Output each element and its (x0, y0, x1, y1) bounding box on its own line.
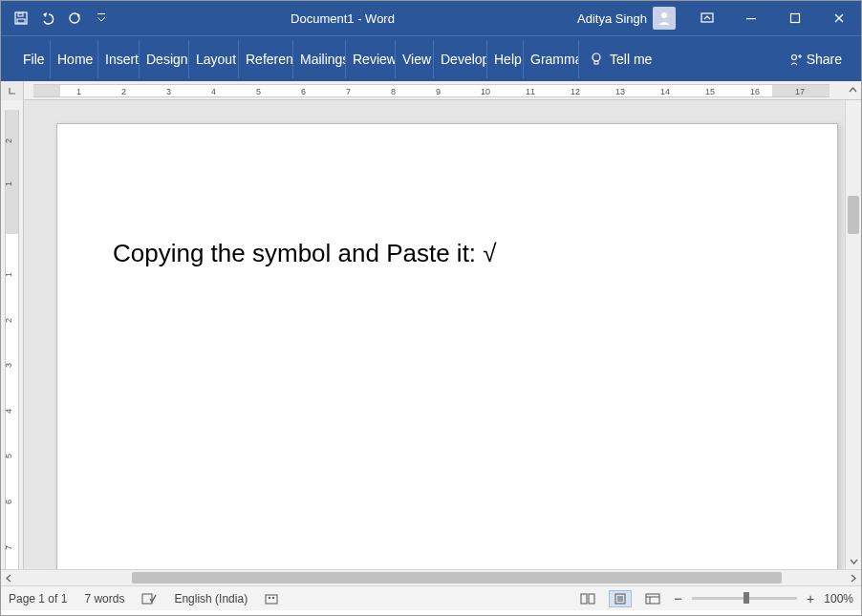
customize-toolbar-button[interactable] (89, 6, 114, 31)
tab-layout[interactable]: Layout (189, 40, 239, 78)
vertical-ruler[interactable]: 211234567 (1, 100, 24, 569)
horizontal-ruler-track[interactable]: 1234567891011121314151617 (33, 84, 830, 97)
undo-button[interactable] (35, 6, 60, 31)
svg-rect-4 (97, 13, 105, 14)
horizontal-scrollbar[interactable] (1, 569, 861, 585)
zoom-level[interactable]: 100% (824, 592, 853, 605)
quick-access-toolbar (1, 6, 114, 31)
tab-design[interactable]: Design (140, 40, 189, 78)
save-button[interactable] (9, 6, 33, 31)
lightbulb-icon (589, 52, 604, 67)
title-bar: Document1 - Word Aditya Singh (1, 1, 861, 35)
share-label: Share (807, 52, 842, 67)
svg-rect-14 (269, 597, 270, 599)
macro-button[interactable] (265, 592, 278, 605)
maximize-button[interactable] (773, 1, 817, 35)
document-text[interactable]: Copying the symbol and Paste it: √ (113, 239, 782, 268)
scroll-up-arrow[interactable] (845, 81, 861, 100)
svg-rect-10 (594, 61, 598, 64)
vertical-scrollbar-thumb[interactable] (848, 196, 859, 234)
minimize-button[interactable] (729, 1, 773, 35)
status-bar: Page 1 of 1 7 words English (India) − + … (1, 585, 861, 610)
title-bar-right: Aditya Singh (571, 1, 861, 35)
left-margin-indicator (33, 85, 60, 96)
vertical-ruler-track[interactable]: 211234567 (5, 110, 19, 569)
horizontal-scrollbar-track[interactable] (132, 570, 845, 585)
tab-grammarly[interactable]: Grammarly (524, 40, 579, 78)
horizontal-scrollbar-thumb[interactable] (132, 572, 782, 584)
web-layout-button[interactable] (641, 590, 664, 607)
svg-rect-2 (18, 13, 23, 16)
vertical-scrollbar[interactable] (845, 100, 861, 569)
share-icon (789, 53, 803, 66)
read-mode-button[interactable] (576, 590, 599, 607)
svg-rect-22 (646, 594, 659, 604)
app-name: Word (365, 11, 395, 26)
top-margin-indicator (6, 110, 18, 234)
tab-developer[interactable]: Developer (434, 40, 487, 78)
zoom-in-button[interactable]: + (807, 591, 814, 606)
share-button[interactable]: Share (780, 52, 851, 67)
ribbon-tabs: File Home Insert Design Layout Reference… (1, 35, 861, 81)
tell-me-label: Tell me (610, 52, 652, 67)
horizontal-ruler[interactable]: 1234567891011121314151617 (1, 81, 861, 100)
svg-rect-13 (266, 595, 277, 604)
svg-rect-15 (272, 597, 274, 599)
window-title: Document1 - Word (114, 11, 571, 26)
tab-help[interactable]: Help (487, 40, 524, 78)
spell-check-button[interactable] (141, 592, 157, 605)
tab-insert[interactable]: Insert (98, 40, 140, 78)
tab-home[interactable]: Home (51, 40, 98, 78)
tell-me-search[interactable]: Tell me (579, 52, 661, 67)
scroll-right-arrow[interactable] (845, 570, 861, 585)
tab-review[interactable]: Review (346, 40, 396, 78)
zoom-out-button[interactable]: − (674, 590, 682, 606)
svg-point-5 (661, 12, 667, 18)
tab-references[interactable]: References (239, 40, 293, 78)
scroll-down-arrow[interactable] (846, 553, 862, 569)
word-count[interactable]: 7 words (84, 592, 124, 605)
svg-rect-17 (589, 594, 594, 604)
document-name: Document1 (291, 11, 354, 26)
main-area: 211234567 Copying the symbol and Paste i… (1, 100, 861, 569)
user-name[interactable]: Aditya Singh (571, 11, 653, 26)
page[interactable]: Copying the symbol and Paste it: √ (56, 123, 838, 569)
print-layout-button[interactable] (609, 590, 632, 607)
svg-point-9 (593, 53, 600, 61)
zoom-slider-knob[interactable] (743, 592, 749, 604)
document-area[interactable]: Copying the symbol and Paste it: √ (24, 100, 845, 569)
tab-selector[interactable] (1, 81, 24, 100)
language-indicator[interactable]: English (India) (174, 592, 248, 605)
svg-point-11 (791, 54, 796, 59)
svg-rect-7 (746, 18, 756, 19)
zoom-slider[interactable] (692, 597, 797, 600)
svg-rect-8 (791, 14, 800, 23)
tab-mailings[interactable]: Mailings (293, 40, 346, 78)
svg-rect-16 (581, 594, 587, 604)
tab-file[interactable]: File (16, 40, 51, 78)
page-indicator[interactable]: Page 1 of 1 (9, 592, 67, 605)
status-bar-right: − + 100% (576, 590, 853, 607)
user-avatar[interactable] (653, 7, 676, 30)
ribbon-display-button[interactable] (685, 1, 729, 35)
scroll-left-arrow[interactable] (1, 570, 17, 585)
tab-view[interactable]: View (396, 40, 434, 78)
svg-rect-6 (701, 13, 713, 22)
close-button[interactable] (817, 1, 861, 35)
redo-button[interactable] (62, 6, 87, 31)
svg-rect-1 (17, 19, 25, 23)
